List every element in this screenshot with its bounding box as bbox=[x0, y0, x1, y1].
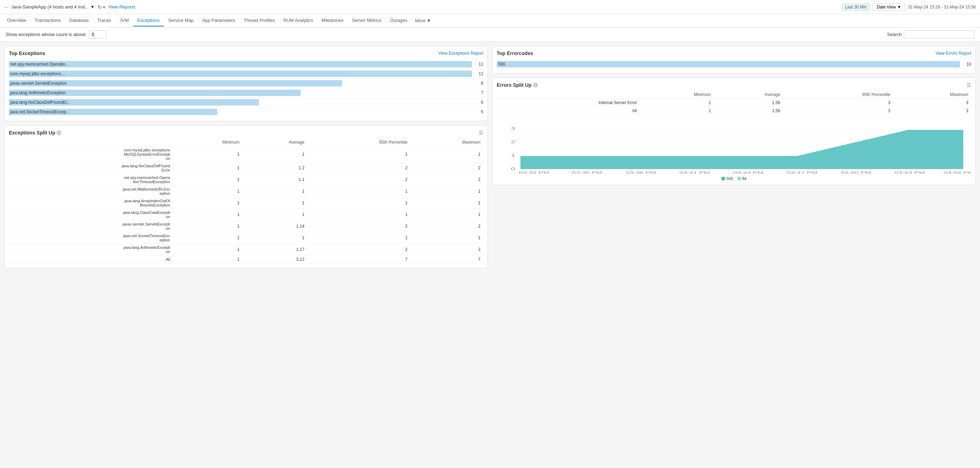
svg-text:3: 3 bbox=[511, 127, 515, 131]
top-bar-right: Last 30 Min Date View ▼ 31-May-24 15:28 … bbox=[842, 3, 976, 11]
svg-text:03:50 PM: 03:50 PM bbox=[841, 171, 871, 174]
errors-split-card: Errors Split Up i ☰ MinimumAverage95th P… bbox=[492, 78, 976, 185]
legend-500: 500 bbox=[721, 177, 733, 181]
split-row-name: net.spy.memcached.Opera tionTimeoutExcep… bbox=[9, 174, 173, 186]
exceptions-split-card: Exceptions Split Up i ☰ MinimumAverage95… bbox=[4, 125, 488, 268]
split-row: All 1 3.12 7 7 bbox=[9, 256, 483, 264]
errors-split-row-name: Internal Server Error bbox=[497, 99, 640, 107]
top-errorcodes-card: Top Errorcodes View Errors Report 500 10 bbox=[492, 46, 976, 73]
errors-split-row-max: 3 bbox=[893, 99, 971, 107]
errors-split-table: MinimumAverage95th PercentileMaximum Int… bbox=[497, 91, 971, 115]
exception-row[interactable]: com.mysql.jdbc.exceptions.... 11 bbox=[9, 69, 483, 79]
tab-milestones[interactable]: Milestones bbox=[318, 15, 348, 27]
tab-thread-profiles[interactable]: Thread Profiles bbox=[240, 15, 279, 27]
split-col-header: Average bbox=[242, 138, 307, 146]
view-exceptions-report-link[interactable]: View Exceptions Report bbox=[439, 51, 483, 56]
split-col-header: Minimum bbox=[173, 138, 242, 146]
split-row-name: java.lang.NoClassDefFound Error bbox=[9, 162, 173, 174]
refresh-button[interactable]: ↻ bbox=[98, 4, 102, 10]
errors-split-row-max: 3 bbox=[893, 107, 971, 115]
svg-text:03:41 PM: 03:41 PM bbox=[679, 171, 710, 174]
split-row-p95: 7 bbox=[307, 256, 410, 264]
legend-all-label: All bbox=[742, 177, 746, 181]
exceptions-info-icon[interactable]: i bbox=[56, 130, 61, 135]
split-row-avg: 1.2 bbox=[242, 162, 307, 174]
split-row-p95: 2 bbox=[307, 162, 410, 174]
exception-row[interactable]: java.lang.ArithmeticException 7 bbox=[9, 88, 483, 98]
exception-row[interactable]: java.lang.NoClassDefFoundEr... 6 bbox=[9, 98, 483, 107]
top-exceptions-card: Top Exceptions View Exceptions Report ne… bbox=[4, 46, 488, 121]
tab-rum-analytics[interactable]: RUM Analytics bbox=[279, 15, 318, 27]
svg-text:03:56 PM: 03:56 PM bbox=[943, 171, 971, 174]
errorcode-list: 500 10 bbox=[497, 60, 971, 69]
exception-row[interactable]: net.spy.memcached.Operatio... 11 bbox=[9, 60, 483, 69]
split-row-name: java.lang.ClassCastExcepti on bbox=[9, 209, 173, 221]
split-row-min: 1 bbox=[173, 221, 242, 232]
tab-database[interactable]: Database bbox=[65, 15, 93, 27]
split-row-avg: 3.12 bbox=[242, 256, 307, 264]
tab-app-parameters[interactable]: App Parameters bbox=[198, 15, 240, 27]
exception-list: net.spy.memcached.Operatio... 11 com.mys… bbox=[9, 60, 483, 116]
app-selector[interactable]: Java-SampleApp (4 hosts and 4 inst... ▼ bbox=[11, 4, 95, 10]
top-exceptions-title: Top Exceptions bbox=[9, 51, 45, 56]
exceptions-split-table: MinimumAverage95th PercentileMaximum com… bbox=[9, 138, 483, 264]
split-row: java.lang.ArithmeticExcepti on 1 1.17 2 … bbox=[9, 244, 483, 256]
errors-chart: 0 1 2 3 03:32 PM 03:35 PM 03:38 PM bbox=[497, 118, 971, 174]
errors-split-row-p95: 3 bbox=[783, 99, 893, 107]
back-button[interactable]: ← bbox=[4, 4, 9, 10]
split-row-max: 1 bbox=[410, 197, 483, 209]
tab-transactions[interactable]: Transactions bbox=[30, 15, 65, 27]
errors-split-menu-icon[interactable]: ☰ bbox=[967, 82, 971, 88]
exception-count: 11 bbox=[476, 62, 483, 67]
exceptions-split-header: Exceptions Split Up i ☰ bbox=[9, 130, 483, 135]
tab-traces[interactable]: Traces bbox=[93, 15, 115, 27]
menu-button[interactable]: ≡ bbox=[103, 4, 105, 10]
errors-split-col-header: Minimum bbox=[640, 91, 714, 99]
date-range: 31-May-24 15:28 - 31-May-24 15:58 bbox=[908, 5, 976, 10]
tab-overview[interactable]: Overview bbox=[3, 15, 30, 27]
tab-server-metrics[interactable]: Server Metrics bbox=[348, 15, 386, 27]
search-input[interactable] bbox=[904, 30, 974, 38]
legend-all-dot bbox=[737, 177, 741, 180]
split-row-avg: 1 bbox=[242, 209, 307, 221]
split-row-max: 2 bbox=[410, 162, 483, 174]
exception-row[interactable]: java.net.SocketTimeoutExcep... 5 bbox=[9, 107, 483, 116]
view-errors-report-link[interactable]: View Errors Report bbox=[935, 51, 971, 56]
split-row-avg: 1.1 bbox=[242, 174, 307, 186]
exception-row[interactable]: javax.servlet.ServletException 8 bbox=[9, 79, 483, 88]
errorcode-row[interactable]: 500 10 bbox=[497, 60, 971, 69]
exceptions-split-menu-icon[interactable]: ☰ bbox=[479, 130, 483, 135]
exception-count: 8 bbox=[476, 81, 483, 86]
tab-service-map[interactable]: Service Map bbox=[164, 15, 198, 27]
top-bar: ← Java-SampleApp (4 hosts and 4 inst... … bbox=[0, 0, 980, 14]
tab-jvm[interactable]: JVM bbox=[115, 15, 133, 27]
more-button[interactable]: More ▼ bbox=[412, 15, 435, 26]
errors-split-row-p95: 3 bbox=[783, 107, 893, 115]
tab-exceptions[interactable]: Exceptions bbox=[133, 15, 164, 27]
errors-split-row-min: 1 bbox=[640, 107, 714, 115]
errorcode-count: 10 bbox=[964, 62, 971, 67]
errors-split-row-avg: 1.56 bbox=[714, 107, 783, 115]
errors-split-header: Errors Split Up i ☰ bbox=[497, 82, 971, 88]
search-label: Search bbox=[887, 32, 902, 37]
legend-all: All bbox=[737, 177, 746, 181]
errors-split-col-header: Maximum bbox=[893, 91, 971, 99]
split-row-min: 1 bbox=[173, 146, 242, 162]
filter-count-input[interactable] bbox=[89, 30, 106, 38]
split-row-p95: 1 bbox=[307, 186, 410, 197]
tab-outages[interactable]: Outages bbox=[386, 15, 411, 27]
svg-text:03:44 PM: 03:44 PM bbox=[733, 171, 764, 174]
app-name-label: Java-SampleApp (4 hosts and 4 inst... bbox=[11, 4, 89, 10]
chevron-down-icon: ▼ bbox=[426, 18, 431, 23]
date-view-button[interactable]: Date View ▼ bbox=[873, 3, 905, 11]
view-reports-link[interactable]: View Reports bbox=[108, 4, 135, 10]
split-row-p95: 2 bbox=[307, 244, 410, 256]
split-row-min: 1 bbox=[173, 162, 242, 174]
errors-info-icon[interactable]: i bbox=[533, 83, 538, 88]
nav-tabs: Overview Transactions Database Traces JV… bbox=[0, 14, 980, 27]
split-row-p95: 2 bbox=[307, 221, 410, 232]
split-row: com.mysql.jdbc.exceptions .MySQLSyntaxEr… bbox=[9, 146, 483, 162]
split-row-max: 7 bbox=[410, 256, 483, 264]
errorcode-name: 500 bbox=[498, 61, 505, 67]
split-row-avg: 1.14 bbox=[242, 221, 307, 232]
